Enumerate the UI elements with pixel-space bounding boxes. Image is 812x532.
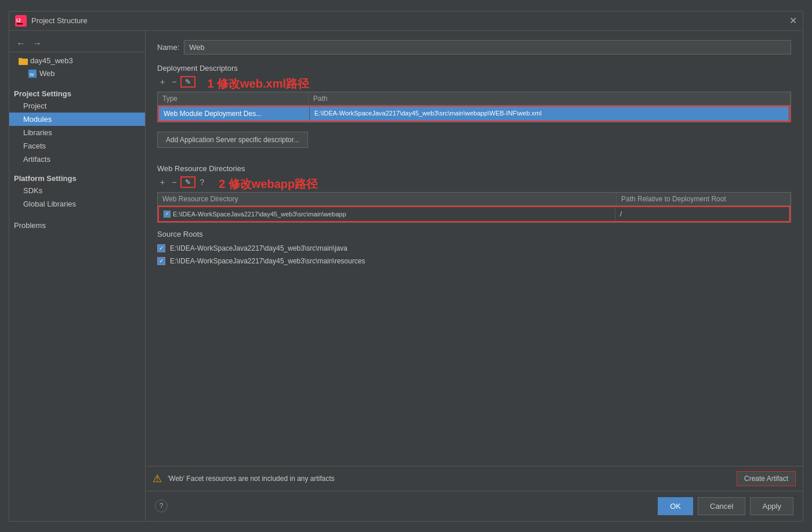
svg-rect-4 (19, 58, 22, 60)
sidebar-item-project-label: Project (23, 102, 46, 110)
remove-deployment-btn[interactable]: − (169, 76, 179, 88)
close-button[interactable]: ✕ (789, 16, 797, 26)
idea-logo-icon: IJ (15, 15, 27, 27)
source-root-item-2: ✓ E:\IDEA-WorkSpaceJava2217\day45_web3\s… (157, 255, 791, 267)
sidebar-item-facets[interactable]: Facets (9, 139, 145, 153)
web-resource-title: Web Resource Directories (157, 164, 791, 173)
annotation-step1: 1 修改web.xml路径 (207, 76, 309, 92)
sidebar-item-modules-label: Modules (23, 115, 52, 124)
sidebar-item-problems-label: Problems (14, 221, 46, 230)
title-bar: IJ Project Structure ✕ (9, 12, 803, 31)
name-input[interactable] (184, 40, 791, 55)
warning-text: 'Web' Facet resources are not included i… (168, 475, 335, 483)
tree-item-web-label: Web (39, 69, 55, 78)
create-artifact-button[interactable]: Create Artifact (737, 471, 796, 486)
nav-back-button[interactable]: ← (14, 38, 28, 49)
add-deployment-btn[interactable]: + (157, 76, 168, 88)
ok-button[interactable]: OK (658, 497, 693, 515)
deployment-descriptors-title: Deployment Descriptors (157, 64, 791, 73)
sidebar-item-artifacts-label: Artifacts (23, 155, 50, 164)
name-row: Name: (157, 40, 791, 55)
source-roots-section: Source Roots ✓ E:\IDEA-WorkSpaceJava2217… (157, 230, 791, 267)
sidebar-item-libraries[interactable]: Libraries (9, 126, 145, 139)
web-resource-table-header: Web Resource Directory Path Relative to … (158, 193, 791, 206)
help-button[interactable]: ? (155, 500, 168, 512)
module-icon: W (28, 69, 37, 78)
main-content: Name: Deployment Descriptors + − ✎ (146, 31, 803, 466)
deployment-type-cell: Web Module Deployment Des... (159, 107, 310, 121)
annotation-step2: 2 修改webapp路径 (219, 176, 318, 192)
warning-icon: ⚠ (153, 472, 162, 485)
warning-bar: ⚠ 'Web' Facet resources are not included… (146, 466, 803, 491)
col-type-header: Type (158, 92, 309, 105)
col-path-header: Path (309, 92, 791, 105)
wrd-relative-cell: / (615, 207, 789, 221)
source-root-item-1: ✓ E:\IDEA-WorkSpaceJava2217\day45_web3\s… (157, 242, 791, 255)
source-root-checkbox-2[interactable]: ✓ (157, 257, 165, 265)
sidebar: ← → day45_web3 W (9, 31, 146, 521)
section-project-settings: Project Settings (9, 86, 145, 99)
cancel-button[interactable]: Cancel (698, 497, 745, 515)
nav-toolbar: ← → (9, 35, 145, 52)
help-wrd-btn[interactable]: ? (197, 176, 207, 189)
apply-button[interactable]: Apply (750, 497, 793, 515)
sidebar-item-project[interactable]: Project (9, 99, 145, 113)
source-root-path-2: E:\IDEA-WorkSpaceJava2217\day45_web3\src… (170, 257, 365, 265)
sidebar-item-global-libraries-label: Global Libraries (23, 200, 76, 208)
tree-item-web[interactable]: W Web (9, 67, 145, 80)
edit-deployment-btn[interactable]: ✎ (180, 76, 195, 88)
sidebar-item-sdks-label: SDKs (23, 186, 42, 195)
deployment-table-row[interactable]: Web Module Deployment Des... E:\IDEA-Wor… (158, 106, 791, 122)
add-server-descriptor-button[interactable]: Add Application Server specific descript… (157, 132, 308, 148)
web-resource-table: Web Resource Directory Path Relative to … (157, 192, 791, 223)
deployment-descriptors-section: Deployment Descriptors + − ✎ 1 修 (157, 64, 791, 157)
deployment-table-header: Type Path (158, 92, 791, 106)
main-panel: Name: Deployment Descriptors + − ✎ (146, 31, 803, 521)
remove-wrd-btn[interactable]: − (169, 176, 179, 189)
edit-wrd-btn[interactable]: ✎ (180, 176, 195, 188)
section-platform-settings: Platform Settings (9, 171, 145, 184)
sidebar-item-global-libraries[interactable]: Global Libraries (9, 197, 145, 211)
dialog-title: Project Structure (31, 16, 785, 25)
tree-item-project-label: day45_web3 (30, 56, 73, 65)
svg-text:IJ: IJ (16, 17, 21, 23)
sidebar-item-libraries-label: Libraries (23, 128, 52, 137)
add-wrd-btn[interactable]: + (157, 176, 168, 189)
col-prd-header: Path Relative to Deployment Root (617, 193, 791, 205)
sidebar-item-problems[interactable]: Problems (9, 216, 145, 232)
bottom-bar: ? OK Cancel Apply (146, 491, 803, 521)
content-area: ← → day45_web3 W (9, 31, 803, 521)
sidebar-item-sdks[interactable]: SDKs (9, 184, 145, 197)
sidebar-item-modules[interactable]: Modules (9, 113, 145, 126)
web-resource-table-row[interactable]: ✓ E:\IDEA-WorkSpaceJava2217\day45_web3\s… (158, 206, 791, 222)
wrd-path-cell: ✓ E:\IDEA-WorkSpaceJava2217\day45_web3\s… (159, 208, 615, 220)
wrd-checkbox[interactable]: ✓ (164, 211, 171, 218)
tree-item-project[interactable]: day45_web3 (9, 55, 145, 67)
sidebar-item-artifacts[interactable]: Artifacts (9, 153, 145, 166)
project-structure-dialog: IJ Project Structure ✕ ← → day45_web3 (9, 11, 803, 522)
deployment-path-cell: E:\IDEA-WorkSpaceJava2217\day45_web3\src… (310, 107, 789, 121)
nav-forward-button[interactable]: → (30, 38, 44, 49)
svg-text:W: W (30, 72, 34, 77)
deployment-table: Type Path Web Module Deployment Des... E… (157, 92, 791, 122)
source-root-checkbox-1[interactable]: ✓ (157, 244, 165, 252)
name-label: Name: (157, 43, 179, 52)
col-wrd-header: Web Resource Directory (158, 193, 617, 205)
source-root-path-1: E:\IDEA-WorkSpaceJava2217\day45_web3\src… (170, 244, 347, 252)
source-roots-title: Source Roots (157, 230, 791, 238)
sidebar-item-facets-label: Facets (23, 142, 46, 150)
folder-icon (19, 56, 28, 66)
svg-rect-1 (17, 23, 23, 24)
web-resource-section: Web Resource Directories + − ✎ ? 2 修改web… (157, 164, 791, 223)
